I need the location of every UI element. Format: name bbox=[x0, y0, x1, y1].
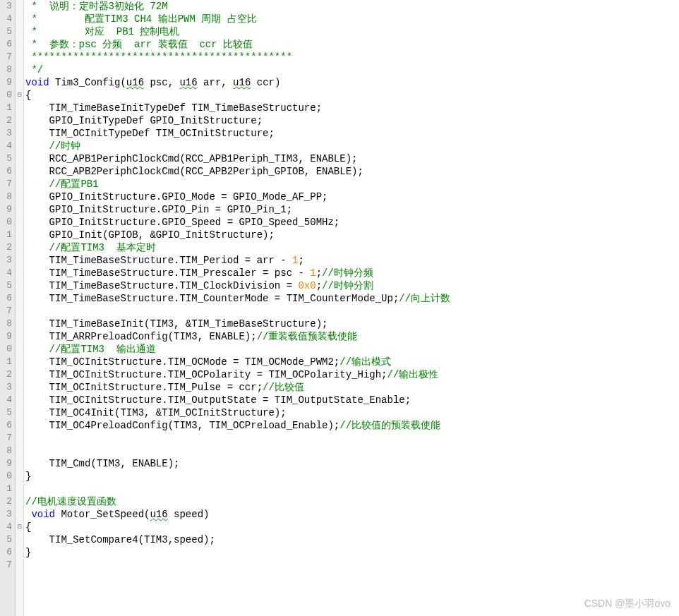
code-editor-area[interactable]: * 说明：定时器3初始化 72M * 配置TIM3 CH4 输出PWM 周期 占… bbox=[24, 0, 679, 616]
code-line[interactable]: } bbox=[25, 546, 679, 559]
code-line[interactable]: TIM_OCInitStructure.TIM_Pulse = ccr;//比较… bbox=[25, 381, 679, 394]
line-number: 2 bbox=[0, 114, 12, 127]
code-line[interactable]: GPIO_Init(GPIOB, &GPIO_InitStructure); bbox=[25, 229, 679, 241]
code-line[interactable]: //配置PB1 bbox=[25, 178, 679, 191]
fold-marker bbox=[16, 470, 23, 483]
line-number: 4 bbox=[0, 267, 12, 279]
line-number: 7 bbox=[0, 432, 12, 445]
code-line[interactable]: void Tim3_Config(u16 psc, u16 arr, u16 c… bbox=[25, 76, 679, 89]
line-number: 5 bbox=[0, 406, 12, 419]
fold-marker bbox=[16, 13, 23, 25]
fold-marker bbox=[16, 305, 23, 318]
line-number: 2 bbox=[0, 368, 12, 381]
line-number: 6 bbox=[0, 546, 12, 559]
code-line[interactable]: * 参数：psc 分频 arr 装载值 ccr 比较值 bbox=[25, 38, 679, 51]
code-line[interactable]: * 配置TIM3 CH4 输出PWM 周期 占空比 bbox=[25, 13, 679, 25]
line-number: 8 bbox=[0, 445, 12, 457]
line-number: 6 bbox=[0, 38, 12, 51]
fold-marker bbox=[16, 152, 23, 165]
code-line[interactable]: GPIO_InitStructure.GPIO_Pin = GPIO_Pin_1… bbox=[25, 203, 679, 216]
fold-marker bbox=[16, 381, 23, 394]
fold-marker[interactable]: ⊟ bbox=[16, 89, 23, 102]
line-number: 0 bbox=[0, 216, 12, 229]
fold-marker bbox=[16, 191, 23, 203]
code-line[interactable]: TIM_TimeBaseInitTypeDef TIM_TimeBaseStru… bbox=[25, 102, 679, 114]
line-number: 5 bbox=[0, 152, 12, 165]
code-line[interactable]: GPIO_InitTypeDef GPIO_InitStructure; bbox=[25, 114, 679, 127]
code-line[interactable]: RCC_APB2PeriphClockCmd(RCC_APB2Periph_GP… bbox=[25, 165, 679, 178]
code-line[interactable]: GPIO_InitStructure.GPIO_Speed = GPIO_Spe… bbox=[25, 216, 679, 229]
code-line[interactable]: void Motor_SetSpeed(u16 speed) bbox=[25, 508, 679, 521]
line-number: 4 bbox=[0, 13, 12, 25]
code-line[interactable]: TIM_Cmd(TIM3, ENABLE); bbox=[25, 457, 679, 470]
code-line[interactable] bbox=[25, 432, 679, 445]
fold-marker bbox=[16, 318, 23, 330]
code-line[interactable]: TIM_OCInitStructure.TIM_OCPolarity = TIM… bbox=[25, 368, 679, 381]
fold-marker bbox=[16, 457, 23, 470]
code-line[interactable]: //配置TIM3 基本定时 bbox=[25, 241, 679, 254]
code-line[interactable]: ****************************************… bbox=[25, 51, 679, 64]
code-line[interactable]: TIM_OCInitStructure.TIM_OCMode = TIM_OCM… bbox=[25, 356, 679, 368]
code-line[interactable]: TIM_OCInitTypeDef TIM_OCInitStructure; bbox=[25, 127, 679, 140]
code-line[interactable] bbox=[25, 483, 679, 495]
code-line[interactable]: { bbox=[25, 89, 679, 102]
line-number: 9 bbox=[0, 457, 12, 470]
fold-marker bbox=[16, 127, 23, 140]
code-line[interactable]: TIM_OC4Init(TIM3, &TIM_OCInitStructure); bbox=[25, 406, 679, 419]
fold-marker bbox=[16, 432, 23, 445]
code-line[interactable]: //配置TIM3 输出通道 bbox=[25, 343, 679, 356]
line-number: 3 bbox=[0, 381, 12, 394]
fold-marker bbox=[16, 229, 23, 241]
line-number: 5 bbox=[0, 279, 12, 292]
code-line[interactable]: //时钟 bbox=[25, 140, 679, 152]
code-line[interactable]: TIM_TimeBaseStructure.TIM_Prescaler = ps… bbox=[25, 267, 679, 279]
code-line[interactable]: //电机速度设置函数 bbox=[25, 495, 679, 508]
fold-marker bbox=[16, 64, 23, 76]
line-number: 4 bbox=[0, 521, 12, 533]
code-line[interactable]: { bbox=[25, 521, 679, 533]
line-number: 4 bbox=[0, 394, 12, 406]
code-line[interactable]: TIM_TimeBaseStructure.TIM_CounterMode = … bbox=[25, 292, 679, 305]
code-line[interactable]: TIM_OCInitStructure.TIM_OutputState = TI… bbox=[25, 394, 679, 406]
fold-marker bbox=[16, 76, 23, 89]
line-number: 8 bbox=[0, 64, 12, 76]
fold-marker bbox=[16, 394, 23, 406]
code-line[interactable]: TIM_OC4PreloadConfig(TIM3, TIM_OCPreload… bbox=[25, 419, 679, 432]
fold-marker bbox=[16, 508, 23, 521]
line-number: 4 bbox=[0, 140, 12, 152]
fold-marker bbox=[16, 25, 23, 38]
fold-marker bbox=[16, 51, 23, 64]
line-number: 7 bbox=[0, 305, 12, 318]
line-number: 8 bbox=[0, 191, 12, 203]
fold-marker bbox=[16, 419, 23, 432]
code-line[interactable]: TIM_ARRPreloadConfig(TIM3, ENABLE);//重装载… bbox=[25, 330, 679, 343]
code-line[interactable]: GPIO_InitStructure.GPIO_Mode = GPIO_Mode… bbox=[25, 191, 679, 203]
fold-marker bbox=[16, 279, 23, 292]
line-number: 1 bbox=[0, 229, 12, 241]
code-line[interactable] bbox=[25, 445, 679, 457]
code-line[interactable] bbox=[25, 559, 679, 572]
code-line[interactable]: * 对应 PB1 控制电机 bbox=[25, 25, 679, 38]
line-number: 7 bbox=[0, 51, 12, 64]
code-line[interactable]: TIM_SetCompare4(TIM3,speed); bbox=[25, 533, 679, 546]
code-line[interactable]: } bbox=[25, 470, 679, 483]
fold-marker[interactable]: ⊟ bbox=[16, 521, 23, 533]
line-number: 3 bbox=[0, 254, 12, 267]
code-line[interactable]: TIM_TimeBaseStructure.TIM_ClockDivision … bbox=[25, 279, 679, 292]
code-line[interactable]: * 说明：定时器3初始化 72M bbox=[25, 0, 679, 13]
code-line[interactable]: TIM_TimeBaseStructure.TIM_Period = arr -… bbox=[25, 254, 679, 267]
code-line[interactable] bbox=[25, 305, 679, 318]
line-number: 3 bbox=[0, 508, 12, 521]
code-line[interactable]: */ bbox=[25, 64, 679, 76]
line-number: 0 bbox=[0, 89, 12, 102]
fold-marker bbox=[16, 178, 23, 191]
line-number: 9 bbox=[0, 76, 12, 89]
line-number: 7 bbox=[0, 559, 12, 572]
code-line[interactable]: RCC_APB1PeriphClockCmd(RCC_APB1Periph_TI… bbox=[25, 152, 679, 165]
line-number: 1 bbox=[0, 356, 12, 368]
line-number: 8 bbox=[0, 318, 12, 330]
code-line[interactable]: TIM_TimeBaseInit(TIM3, &TIM_TimeBaseStru… bbox=[25, 318, 679, 330]
line-number: 5 bbox=[0, 533, 12, 546]
fold-marker bbox=[16, 267, 23, 279]
fold-marker bbox=[16, 203, 23, 216]
